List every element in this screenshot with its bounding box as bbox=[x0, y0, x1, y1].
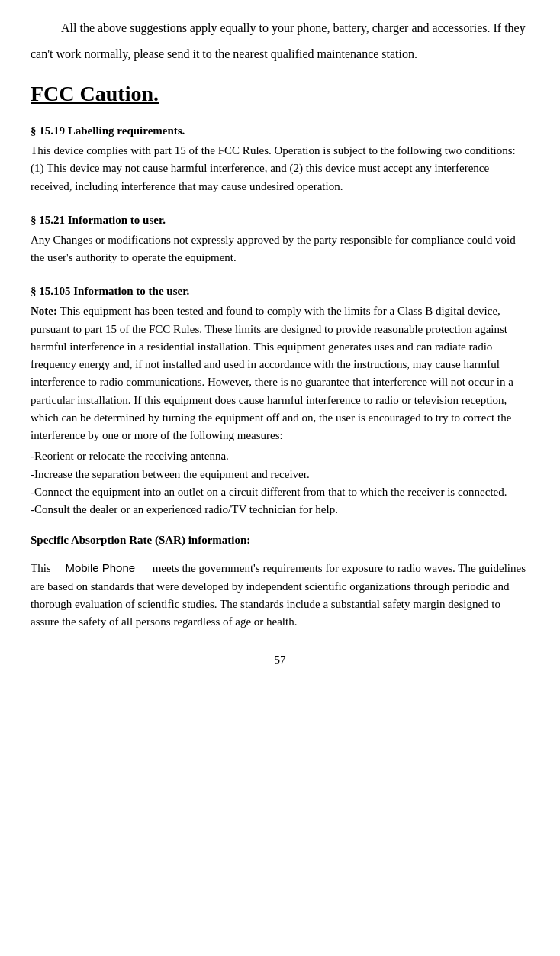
section-15-19-heading: § 15.19 Labelling requirements. bbox=[31, 124, 529, 137]
note-label: Note: bbox=[31, 305, 57, 317]
section-15-19-body: This device complies with part 15 of the… bbox=[31, 142, 529, 195]
fcc-caution-heading: FCC Caution. bbox=[31, 82, 529, 106]
section-15-21-heading: § 15.21 Information to user. bbox=[31, 214, 529, 227]
measure-4: -Consult the dealer or an experienced ra… bbox=[31, 501, 529, 518]
measure-1: -Reorient or relocate the receiving ante… bbox=[31, 447, 529, 465]
sar-intro: This bbox=[31, 562, 51, 574]
section-15-105-body: Note: This equipment has been tested and… bbox=[31, 302, 529, 444]
sar-section: Specific Absorption Rate (SAR) informati… bbox=[31, 534, 529, 631]
section-15-21: § 15.21 Information to user. Any Changes… bbox=[31, 214, 529, 267]
measures-list: -Reorient or relocate the receiving ante… bbox=[31, 447, 529, 518]
section-15-105-body-text: This equipment has been tested and found… bbox=[31, 305, 513, 441]
measure-3: -Connect the equipment into an outlet on… bbox=[31, 483, 529, 501]
page-number: 57 bbox=[31, 654, 529, 667]
mobile-phone-label: Mobile Phone bbox=[65, 561, 135, 574]
measure-2: -Increase the separation between the equ… bbox=[31, 466, 529, 483]
section-15-105-heading: § 15.105 Information to the user. bbox=[31, 285, 529, 298]
sar-heading: Specific Absorption Rate (SAR) informati… bbox=[31, 534, 529, 547]
section-15-19: § 15.19 Labelling requirements. This dev… bbox=[31, 124, 529, 195]
intro-text: All the above suggestions apply equally … bbox=[31, 15, 529, 66]
section-15-105: § 15.105 Information to the user. Note: … bbox=[31, 285, 529, 518]
sar-body: This Mobile Phone meets the government's… bbox=[31, 559, 529, 631]
section-15-21-body: Any Changes or modifications not express… bbox=[31, 231, 529, 267]
